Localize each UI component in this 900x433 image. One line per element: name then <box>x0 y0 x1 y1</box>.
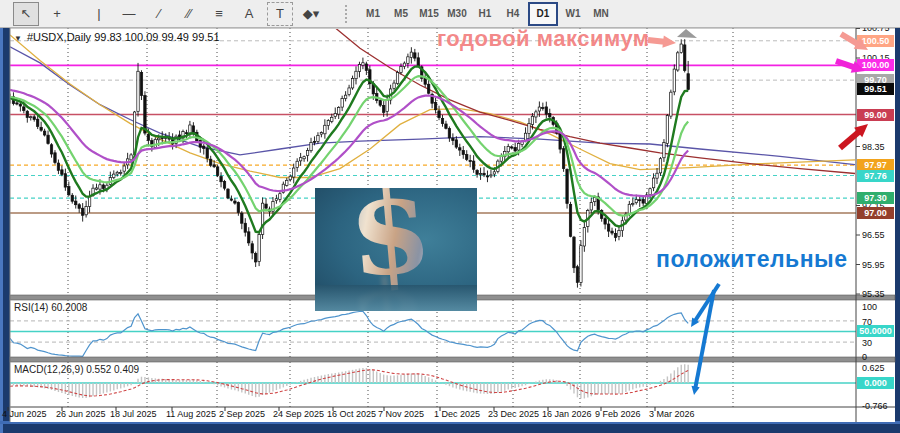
symbol-dropdown-icon[interactable]: ▼ <box>14 34 22 43</box>
date-label: 3 Mar 2026 <box>649 409 695 419</box>
price-badge-97.76: 97.76 <box>857 170 894 182</box>
toolbar-grip[interactable] <box>345 5 352 23</box>
date-label: 24 Sep 2025 <box>273 409 324 419</box>
timeframe-m30-button[interactable]: M30 <box>444 4 470 24</box>
timeframe-m1-button[interactable]: M1 <box>360 4 386 24</box>
fibonacci-tool-icon[interactable]: ≡ <box>207 3 231 25</box>
timeframe-w1-button[interactable]: W1 <box>560 4 586 24</box>
price-badge-99.51: 99.51 <box>857 83 894 95</box>
rsi-line <box>10 311 688 356</box>
date-label: 18 Jul 2025 <box>110 409 157 419</box>
timeframe-h1-button[interactable]: H1 <box>472 4 498 24</box>
macd-zero-badge: 0.000 <box>857 377 894 389</box>
horizontal-line-tool-icon[interactable]: — <box>117 3 141 25</box>
date-label: 23 Dec 2025 <box>488 409 539 419</box>
price-badge-99.00: 99.00 <box>857 109 894 121</box>
chart-title: #USDX,Daily 99.83 100.09 99.49 99.51 <box>27 31 220 43</box>
rsi-indicator-label: RSI(14) 60.2008 <box>14 302 87 313</box>
crosshair-tool-icon[interactable]: + <box>45 3 69 25</box>
timeframe-group: M1M5M15M30H1H4D1W1MN <box>359 2 615 26</box>
rsi-tick-100: 100 <box>862 302 877 312</box>
terminal-window: ↖+|—∕∕∕≡AT◆▾ M1M5M15M30H1H4D1W1MN ▼#USDX… <box>0 0 900 433</box>
trendline-tool-icon[interactable]: ∕ <box>147 3 171 25</box>
date-label: 26 Jun 2025 <box>56 409 106 419</box>
timeframe-mn-button[interactable]: MN <box>588 4 614 24</box>
macd-tick-0.625: 0.625 <box>862 363 885 373</box>
price-tick-98.35: 98.35 <box>862 142 885 152</box>
price-badge-100.00: 100.00 <box>857 59 894 71</box>
dollar-image: $ $ <box>315 188 477 311</box>
date-label: 1 Dec 2025 <box>434 409 480 419</box>
price-badge-100.50: 100.50 <box>857 35 894 47</box>
rsi-tick-30: 30 <box>862 338 872 348</box>
macd-indicator-label: MACD(12,26,9) 0.552 0.409 <box>14 364 139 375</box>
annotation-annual-maximum: годовой максимум <box>437 26 650 52</box>
annotation-positives: положительные <box>656 246 848 273</box>
date-label: 16 Jan 2026 <box>542 409 592 419</box>
cursor-tool-icon[interactable]: ↖ <box>13 2 39 26</box>
date-label: 2 Sep 2025 <box>219 409 265 419</box>
toolbar: ↖+|—∕∕∕≡AT◆▾ M1M5M15M30H1H4D1W1MN <box>0 0 900 28</box>
price-badge-97.30: 97.30 <box>857 192 894 204</box>
timeframe-h4-button[interactable]: H4 <box>500 4 526 24</box>
date-label: 4 Jun 2025 <box>2 409 47 419</box>
price-badge-97.00: 97.00 <box>857 207 894 219</box>
price-tick-96.55: 96.55 <box>862 230 885 240</box>
dollar-image-floor <box>315 285 477 311</box>
date-label: 9 Feb 2026 <box>595 409 641 419</box>
rsi-tick-0: 0 <box>862 352 867 362</box>
chart-title-bar: ▼#USDX,Daily 99.83 100.09 99.49 99.51 <box>14 31 220 43</box>
macd-tick--0.766: -0.766 <box>862 401 888 411</box>
label-tool-icon[interactable]: T <box>267 2 293 26</box>
arrows-tool-icon[interactable]: ◆▾ <box>299 3 323 25</box>
timeframe-m15-button[interactable]: M15 <box>416 4 442 24</box>
date-label: 11 Aug 2025 <box>166 409 216 419</box>
equidistant-channel-tool-icon[interactable]: ∕∕ <box>177 3 201 25</box>
rsi-mid-badge: 50.0000 <box>857 325 894 337</box>
timeframe-m5-button[interactable]: M5 <box>388 4 414 24</box>
date-label: 16 Oct 2025 <box>327 409 376 419</box>
vertical-line-tool-icon[interactable]: | <box>87 3 111 25</box>
date-label: 7 Nov 2025 <box>378 409 424 419</box>
drawing-tools-group: ↖+|—∕∕∕≡AT◆▾ <box>10 2 338 26</box>
timeframe-d1-button[interactable]: D1 <box>528 2 558 26</box>
price-tick-95.95: 95.95 <box>862 260 885 270</box>
pane-separator <box>10 357 895 362</box>
text-tool-icon[interactable]: A <box>237 3 261 25</box>
price-tick-95.35: 95.35 <box>862 289 885 299</box>
